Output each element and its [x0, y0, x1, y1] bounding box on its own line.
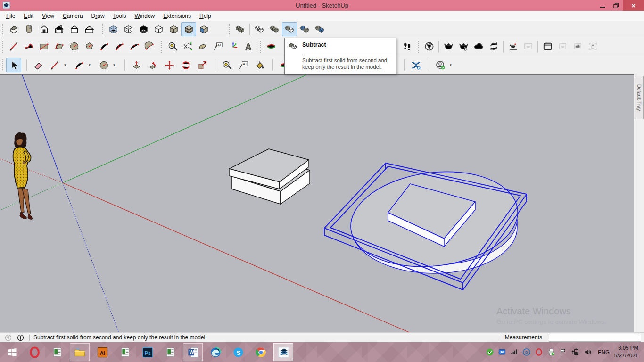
line-tool-dropdown-caret[interactable]: ▼	[64, 64, 71, 66]
vray-logo-button[interactable]	[421, 40, 437, 54]
tray-printer-icon[interactable]	[546, 347, 556, 357]
menu-camera[interactable]: Camera	[58, 11, 87, 21]
view-top-button[interactable]	[21, 22, 36, 36]
polygon-tool-button[interactable]	[82, 40, 97, 54]
tape-measure-button[interactable]	[165, 40, 180, 54]
rectangle-tool-button[interactable]	[36, 40, 51, 54]
style-shaded-button[interactable]	[166, 22, 181, 36]
arc-tool-button[interactable]	[97, 40, 112, 54]
menu-extensions[interactable]: Extensions	[159, 11, 195, 21]
three-d-text-button[interactable]	[240, 40, 256, 54]
text-tool-button[interactable]: A1	[210, 40, 225, 54]
taskbar-chrome[interactable]	[251, 343, 271, 361]
tray-flag-icon[interactable]	[559, 347, 568, 357]
taskbar-sketchup-app[interactable]	[273, 343, 293, 361]
union-button[interactable]	[267, 22, 282, 36]
selected-solids-group[interactable]	[324, 163, 527, 290]
style-shaded-textures-button[interactable]	[181, 22, 196, 36]
menu-tools[interactable]: Tools	[109, 11, 131, 21]
arc-tool-button[interactable]	[72, 58, 87, 72]
style-monochrome-button[interactable]	[196, 22, 211, 36]
chaos-cosmos-button[interactable]	[570, 40, 585, 54]
taskbar-text-editor[interactable]	[47, 343, 67, 361]
rotate-tool-button[interactable]	[178, 58, 193, 72]
split-button[interactable]	[312, 22, 327, 36]
circle-tool-button[interactable]	[66, 40, 82, 54]
dimension-tool-button[interactable]	[180, 40, 195, 54]
line-tool-button[interactable]	[6, 40, 21, 54]
orbit-tool-button[interactable]	[264, 40, 279, 54]
measurements-input[interactable]	[549, 334, 641, 342]
vray-batch-render-button[interactable]	[486, 40, 501, 54]
style-back-edges-button[interactable]	[121, 22, 136, 36]
taskbar-edge[interactable]	[206, 343, 225, 361]
taskbar-text-editor[interactable]	[115, 343, 135, 361]
vray-viewport-render-last-button[interactable]	[520, 40, 536, 54]
vray-file-manager-button[interactable]	[555, 40, 570, 54]
taskbar-text-editor[interactable]	[160, 343, 180, 361]
pie-tool-button[interactable]	[142, 40, 157, 54]
geolocation-icon[interactable]	[4, 334, 12, 342]
circle-tool-button[interactable]	[96, 58, 111, 72]
taskbar-word[interactable]: W	[183, 343, 203, 361]
taskbar-opera[interactable]	[25, 343, 44, 361]
axes-tool-button[interactable]	[225, 40, 240, 54]
stacked-slabs-solid[interactable]	[229, 149, 310, 204]
follow-me-button[interactable]	[145, 58, 160, 72]
tray-speaker-icon[interactable]	[583, 347, 593, 357]
protractor-tool-button[interactable]	[195, 40, 210, 54]
sign-in-avatar-button[interactable]	[433, 58, 448, 72]
menu-edit[interactable]: Edit	[19, 11, 38, 21]
scale-figure[interactable]	[13, 132, 33, 219]
style-wireframe-button[interactable]	[136, 22, 151, 36]
toolbar-drag-handle[interactable]	[2, 41, 4, 53]
tray-check-icon[interactable]	[485, 347, 495, 357]
chaos-cloud-render-button[interactable]	[471, 40, 486, 54]
tray-battery-icon[interactable]	[571, 347, 580, 357]
default-tray-tab[interactable]: Default Tray	[635, 76, 644, 119]
toolbar-drag-handle[interactable]	[2, 23, 4, 35]
view-iso-button[interactable]	[6, 22, 21, 36]
outer-shell-button[interactable]	[232, 22, 248, 36]
tray-dell-icon[interactable]: D	[522, 347, 531, 357]
close-button[interactable]: ×	[623, 0, 644, 11]
three-point-arc-button[interactable]	[127, 40, 142, 54]
tray-app-blue-icon[interactable]	[497, 347, 507, 357]
style-hidden-line-button[interactable]	[151, 22, 166, 36]
paint-bucket-button[interactable]	[252, 58, 267, 72]
vray-lock-button[interactable]	[585, 40, 600, 54]
menu-help[interactable]: Help	[195, 11, 215, 21]
circle-tool-dropdown-caret[interactable]: ▼	[113, 64, 120, 66]
taskbar-illustrator[interactable]: Ai	[92, 343, 112, 361]
line-tool-button[interactable]	[47, 58, 62, 72]
view-back-button[interactable]	[82, 22, 97, 36]
minimize-button[interactable]	[595, 0, 609, 11]
menu-view[interactable]: View	[38, 11, 58, 21]
vray-asset-editor-button[interactable]	[540, 40, 555, 54]
menu-window[interactable]: Window	[131, 11, 159, 21]
taskbar-clock[interactable]: 6:05 PM 5/27/2021	[614, 345, 638, 359]
taskbar-windows-start-button[interactable]	[2, 343, 22, 361]
restore-button[interactable]	[609, 0, 623, 11]
style-xray-button[interactable]	[106, 22, 121, 36]
info-icon[interactable]	[17, 334, 25, 342]
freehand-button[interactable]	[21, 40, 36, 54]
toolbar-drag-handle[interactable]	[161, 41, 163, 53]
toolbar-drag-handle[interactable]	[228, 23, 230, 35]
walk-tool-button[interactable]	[399, 40, 414, 54]
vray-render-interactive-button[interactable]	[456, 40, 471, 54]
toolbar-drag-handle[interactable]	[259, 41, 261, 53]
trim-button[interactable]	[297, 22, 312, 36]
taskbar-photoshop[interactable]: Ps	[138, 343, 157, 361]
view-right-button[interactable]	[51, 22, 66, 36]
view-left-button[interactable]	[66, 22, 82, 36]
move-tool-button[interactable]	[162, 58, 177, 72]
menu-file[interactable]: File	[2, 11, 19, 21]
taskbar-skype[interactable]: S	[228, 343, 248, 361]
language-indicator[interactable]: ENG	[598, 349, 610, 355]
vray-viewport-render-button[interactable]	[505, 40, 520, 54]
viewport[interactable]: Activate Windows Go to PC settings to ac…	[0, 74, 634, 332]
vray-render-button[interactable]	[441, 40, 456, 54]
tape-measure-button[interactable]	[219, 58, 234, 72]
intersect-button[interactable]	[252, 22, 267, 36]
